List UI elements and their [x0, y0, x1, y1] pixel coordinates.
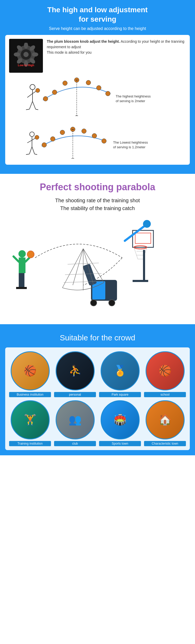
- knob-svg: Low to High: [12, 43, 40, 69]
- svg-point-42: [42, 143, 47, 147]
- svg-line-81: [73, 249, 83, 285]
- personal-icon: ⛹️: [56, 352, 94, 390]
- svg-point-44: [60, 130, 65, 135]
- crowd-circle-school: 🏀: [146, 351, 185, 390]
- svg-rect-59: [19, 273, 22, 287]
- svg-point-2: [23, 52, 29, 57]
- knob-bold: The plum blossom knob adjust the height.: [47, 39, 120, 44]
- svg-point-37: [35, 135, 39, 139]
- business-icon: 🏀: [11, 352, 49, 390]
- section2-description: The shooting rate of the training shot T…: [5, 197, 190, 212]
- section2-line1: The shooting rate of the training shot: [5, 197, 190, 204]
- divider-2: [0, 324, 195, 328]
- section2-inner: Perfect shooting parabola The shooting r…: [0, 174, 195, 324]
- sports-label: Sports town: [99, 441, 141, 446]
- crowd-circle-business: 🏀: [11, 351, 50, 390]
- club-label: club: [54, 441, 96, 446]
- high-arc-diagram: The highest heightness of serving is 2me…: [9, 75, 186, 118]
- svg-rect-71: [143, 250, 145, 281]
- svg-point-47: [92, 133, 97, 138]
- crowd-circle-sports: 🏟️: [101, 400, 140, 439]
- svg-line-20: [36, 109, 38, 110]
- crowd-item-personal: ⛹️ personal: [54, 351, 96, 397]
- characteristic-icon: 🏠: [146, 401, 184, 439]
- section-crowd: Suitable for the crowd 🏀 Business instit…: [0, 328, 195, 455]
- svg-point-33: [30, 132, 34, 137]
- school-icon: 🏀: [146, 352, 184, 390]
- svg-point-23: [63, 81, 67, 85]
- park-label: Park square: [99, 392, 141, 397]
- svg-line-40: [26, 154, 29, 155]
- svg-rect-72: [133, 280, 148, 282]
- svg-rect-61: [16, 287, 22, 289]
- shooting-illustration: [5, 217, 190, 316]
- low-arc-diagram: The Lowest heightness of serving is 1.2m…: [9, 121, 186, 161]
- svg-rect-75: [82, 263, 97, 286]
- crowd-item-sports: 🏟️ Sports town: [99, 400, 141, 446]
- training-icon: 🏋️: [11, 401, 49, 439]
- section1-title: The high and low adjustmentfor serving: [5, 5, 190, 24]
- section-adjustment: The high and low adjustmentfor serving S…: [0, 0, 195, 170]
- school-label: school: [144, 392, 186, 397]
- knob-row: Low to High The plum blossom knob adjust…: [9, 39, 186, 73]
- svg-rect-55: [19, 257, 25, 273]
- svg-point-26: [96, 85, 101, 90]
- knob-image: Low to High: [9, 39, 43, 73]
- svg-text:of serving is 1.2meter: of serving is 1.2meter: [113, 145, 146, 149]
- sports-icon: 🏟️: [101, 401, 139, 439]
- svg-point-9: [14, 52, 20, 57]
- svg-point-43: [50, 137, 55, 141]
- crowd-circle-park: 🏅: [101, 351, 140, 390]
- svg-point-58: [27, 251, 34, 258]
- svg-line-17: [29, 101, 32, 109]
- section1-subtitle: Serve height can be adjusted according t…: [5, 26, 190, 31]
- svg-text:of serving is 2meter: of serving is 2meter: [116, 99, 145, 103]
- club-icon: 👥: [56, 401, 94, 439]
- park-icon: 🏅: [101, 352, 139, 390]
- characteristic-label: Characteristic town: [144, 441, 186, 446]
- svg-point-46: [82, 129, 86, 133]
- section1-content: Low to High The plum blossom knob adjust…: [5, 35, 190, 165]
- section2-title: Perfect shooting parabola: [5, 182, 190, 193]
- svg-point-87: [143, 220, 151, 228]
- svg-line-38: [29, 147, 32, 154]
- svg-point-76: [90, 300, 97, 306]
- section-parabola: Perfect shooting parabola The shooting r…: [0, 174, 195, 324]
- svg-point-25: [86, 80, 91, 85]
- svg-point-12: [30, 84, 35, 90]
- crowd-circle-personal: ⛹️: [56, 351, 95, 390]
- high-arc-svg: The highest heightness of serving is 2me…: [9, 75, 186, 117]
- crowd-item-training: 🏋️ Training institution: [9, 400, 51, 446]
- svg-rect-62: [22, 287, 27, 289]
- svg-text:Low to High: Low to High: [18, 64, 34, 67]
- svg-point-54: [18, 250, 26, 257]
- svg-point-21: [43, 96, 48, 101]
- crowd-item-school: 🏀 school: [144, 351, 186, 397]
- crowd-circle-characteristic: 🏠: [146, 400, 185, 439]
- training-label: Training institution: [9, 441, 51, 446]
- svg-point-77: [109, 300, 115, 306]
- svg-line-14: [27, 94, 32, 97]
- crowd-item-club: 👥 club: [54, 400, 96, 446]
- svg-line-39: [32, 147, 35, 154]
- svg-rect-60: [22, 273, 24, 287]
- svg-point-16: [36, 88, 40, 93]
- crowd-circle-club: 👥: [56, 400, 95, 439]
- crowd-circle-training: 🏋️: [11, 400, 50, 439]
- svg-point-27: [106, 91, 110, 96]
- svg-line-56: [14, 256, 19, 262]
- crowd-item-characteristic: 🏠 Characteristic town: [144, 400, 186, 446]
- svg-line-19: [26, 109, 29, 110]
- low-arc-svg: The Lowest heightness of serving is 1.2m…: [9, 121, 186, 160]
- personal-label: personal: [54, 392, 96, 397]
- business-label: Business institution: [9, 392, 51, 397]
- shooting-svg: [5, 217, 190, 316]
- divider-1: [0, 170, 195, 174]
- svg-point-22: [52, 90, 57, 95]
- crowd-grid: 🏀 Business institution ⛹️ personal 🏅 Par…: [5, 347, 190, 450]
- svg-line-41: [35, 154, 37, 155]
- svg-text:The highest heightness: The highest heightness: [116, 94, 151, 98]
- svg-text:The Lowest heightness: The Lowest heightness: [113, 140, 148, 144]
- section2-line2: The stability of the training catch: [5, 204, 190, 212]
- svg-line-35: [27, 140, 32, 143]
